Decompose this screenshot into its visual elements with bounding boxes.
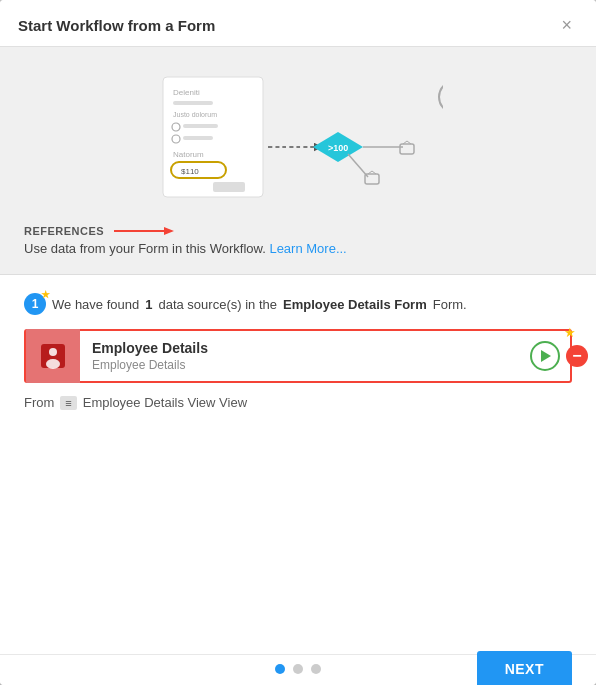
found-suffix: Form. [433,297,467,312]
svg-text:Natorum: Natorum [173,150,204,159]
close-button[interactable]: × [555,14,578,36]
references-description: Use data from your Form in this Workflow… [24,241,572,256]
from-badge-icon: ≡ [60,396,76,410]
svg-rect-2 [173,101,213,105]
pagination-dots [275,664,321,674]
found-middle: data source(s) in the [158,297,277,312]
next-button[interactable]: NEXT [477,651,572,685]
found-row: 1 ★ We have found 1 data source(s) in th… [24,293,572,315]
employee-card[interactable]: Employee Details Employee Details ★ − [24,329,572,383]
red-arrow-icon [114,225,174,237]
employee-icon-box [26,329,80,383]
dot-2 [293,664,303,674]
svg-rect-11 [213,182,245,192]
workflow-illustration: Deleniti Justo dolorum Natorum $110 >100 [153,67,443,207]
employee-text: Employee Details Employee Details [80,332,530,380]
svg-text:>100: >100 [328,143,348,153]
play-button[interactable] [530,341,560,371]
dialog-footer: NEXT [0,654,596,685]
svg-text:Justo dolorum: Justo dolorum [173,111,217,118]
content-area: 1 ★ We have found 1 data source(s) in th… [0,275,596,654]
datasource-count: 1 [145,297,152,312]
from-view-text: Employee Details View View [83,395,247,410]
dot-1 [275,664,285,674]
dialog-title: Start Workflow from a Form [18,17,215,34]
found-prefix: We have found [52,297,139,312]
references-label: REFERENCES [24,225,104,237]
svg-line-14 [348,154,368,177]
svg-point-24 [46,359,60,369]
employee-icon [39,342,67,370]
references-label-row: REFERENCES [24,225,572,237]
svg-rect-17 [400,144,414,154]
svg-text:Deleniti: Deleniti [173,88,200,97]
dialog: Start Workflow from a Form × Deleniti Ju… [0,0,596,685]
employee-name: Employee Details [92,340,518,356]
dialog-header: Start Workflow from a Form × [0,0,596,47]
employee-sub: Employee Details [92,358,518,372]
badge-star-icon: ★ [41,289,50,300]
learn-more-link[interactable]: Learn More... [269,241,346,256]
play-triangle-icon [541,350,551,362]
corner-star-icon: ★ [564,325,576,340]
step-badge: 1 ★ [24,293,46,315]
svg-text:$110: $110 [181,167,199,176]
form-name: Employee Details Form [283,297,427,312]
svg-point-18 [439,81,443,113]
illustration-area: Deleniti Justo dolorum Natorum $110 >100 [0,47,596,225]
svg-rect-7 [183,136,213,140]
svg-rect-5 [183,124,218,128]
remove-button[interactable]: − [566,345,588,367]
from-row: From ≡ Employee Details View View [24,395,572,410]
references-section: REFERENCES Use data from your Form in th… [0,225,596,274]
from-label: From [24,395,54,410]
dot-3 [311,664,321,674]
svg-point-23 [49,348,57,356]
svg-marker-21 [164,227,174,235]
